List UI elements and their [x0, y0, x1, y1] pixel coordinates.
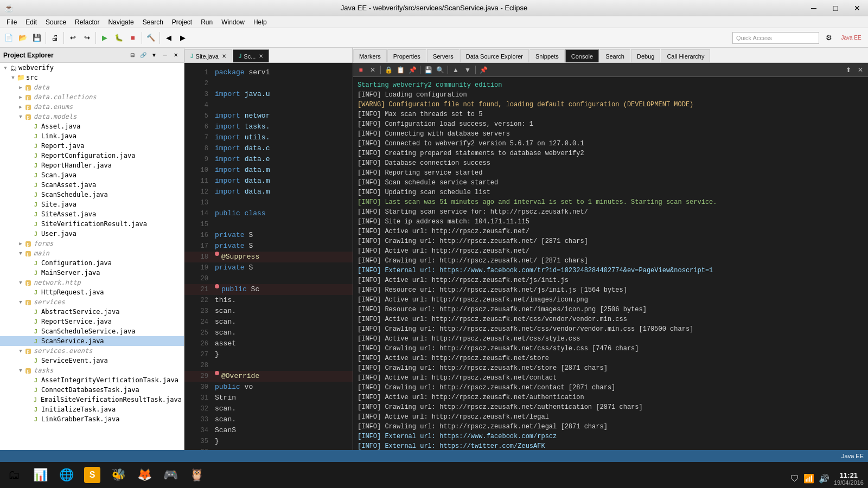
stop-button[interactable]: ■	[126, 31, 139, 44]
console-copy-btn[interactable]: 📋	[395, 65, 406, 75]
right-tab-search[interactable]: Search	[599, 49, 630, 62]
tree-item[interactable]: ▼pmain	[0, 248, 184, 258]
clock[interactable]: 11:21 19/04/2016	[834, 471, 864, 486]
tree-item[interactable]: JScanService.java	[0, 336, 184, 346]
tree-item[interactable]: ▼pservices.events	[0, 346, 184, 356]
debug-button[interactable]: 🐛	[112, 31, 125, 44]
right-tab-debug[interactable]: Debug	[631, 49, 660, 62]
right-tab-call-hierarchy[interactable]: Call Hierarchy	[661, 49, 710, 62]
menu-item-project[interactable]: Project	[168, 17, 196, 27]
menu-item-file[interactable]: File	[2, 17, 21, 27]
tree-item[interactable]: ▼🗂webverify	[0, 63, 184, 73]
tree-item[interactable]: ▼ptasks	[0, 365, 184, 375]
pe-min-btn[interactable]: ─	[160, 50, 170, 60]
undo-button[interactable]: ↩	[66, 31, 79, 44]
tree-item[interactable]: JSite.java	[0, 200, 184, 209]
tree-item[interactable]: ▶pforms	[0, 239, 184, 248]
console-output[interactable]: Starting webverify2 community edition[IN…	[353, 77, 868, 450]
tree-item[interactable]: ▼pnetwork.http	[0, 278, 184, 287]
console-maximize-btn[interactable]: ⬆	[843, 65, 854, 75]
perspective-button[interactable]: ⚙	[822, 31, 835, 44]
taskbar-app-bee-app[interactable]: 🐝	[106, 464, 130, 486]
new-button[interactable]: 📄	[2, 31, 15, 44]
volume-icon[interactable]: 🔊	[819, 473, 829, 484]
menu-item-source[interactable]: Source	[41, 17, 71, 27]
right-tab-properties[interactable]: Properties	[387, 49, 426, 62]
right-tab-servers[interactable]: Servers	[427, 49, 459, 62]
tree-item[interactable]: JLink.java	[0, 131, 184, 141]
back-button[interactable]: ◀	[162, 31, 175, 44]
taskbar-app-browser[interactable]: 🌐	[54, 464, 78, 486]
tree-item[interactable]: JReport.java	[0, 141, 184, 151]
tree-item[interactable]: JAbstractService.java	[0, 307, 184, 317]
tree-item[interactable]: ▼pservices	[0, 297, 184, 307]
taskbar-app-game-app[interactable]: 🎮	[158, 464, 182, 486]
taskbar-app-fox-app[interactable]: 🦊	[132, 464, 156, 486]
tree-item[interactable]: JScanScheduleService.java	[0, 326, 184, 336]
open-button[interactable]: 📂	[16, 31, 29, 44]
quick-access-box[interactable]: Quick Access	[732, 32, 819, 44]
pe-collapse-btn[interactable]: ⊟	[127, 50, 137, 60]
tree-item[interactable]: JReportService.java	[0, 317, 184, 326]
tab-scan-service-java[interactable]: J Sc... ✕	[233, 49, 270, 62]
taskbar-app-owl-app[interactable]: 🦉	[184, 464, 208, 486]
network-icon[interactable]: 📶	[803, 473, 814, 484]
console-stop-btn[interactable]: ■	[355, 65, 366, 75]
tree-item[interactable]: JSiteAsset.java	[0, 209, 184, 219]
maximize-button[interactable]: □	[825, 0, 846, 16]
tree-item[interactable]: JEmailSiteVerificationResultTask.java	[0, 395, 184, 404]
minimize-button[interactable]: ─	[803, 0, 825, 16]
console-next-btn[interactable]: ▼	[462, 65, 473, 75]
save-button[interactable]: 💾	[30, 31, 43, 44]
pe-menu-btn[interactable]: ▼	[149, 50, 159, 60]
right-tab-data-source-explorer[interactable]: Data Source Explorer	[460, 49, 529, 62]
menu-item-navigate[interactable]: Navigate	[104, 17, 138, 27]
tree-item[interactable]: JSiteVerificationResult.java	[0, 219, 184, 229]
tree-item[interactable]: JConfiguration.java	[0, 258, 184, 268]
menu-item-search[interactable]: Search	[138, 17, 168, 27]
build-button[interactable]: 🔨	[144, 31, 157, 44]
tree-item[interactable]: JAsset.java	[0, 121, 184, 131]
tree-item[interactable]: JLinkGrabberTask.java	[0, 414, 184, 424]
right-tab-console[interactable]: Console	[565, 49, 599, 62]
tree-item[interactable]: JUser.java	[0, 229, 184, 239]
tree-item[interactable]: JScan.java	[0, 170, 184, 180]
console-save-btn[interactable]: 💾	[423, 65, 433, 75]
menu-item-refactor[interactable]: Refactor	[71, 17, 104, 27]
tree-item[interactable]: JHttpRequest.java	[0, 287, 184, 297]
console-find-btn[interactable]: 🔍	[435, 65, 445, 75]
menu-item-run[interactable]: Run	[196, 17, 217, 27]
close-button[interactable]: ✕	[846, 0, 868, 16]
pe-close-btn[interactable]: ✕	[171, 50, 181, 60]
menu-item-edit[interactable]: Edit	[21, 17, 41, 27]
tree-item[interactable]: ▼📁src	[0, 73, 184, 82]
tree-item[interactable]: JReportConfiguration.java	[0, 151, 184, 160]
console-scroll-lock-btn[interactable]: 🔒	[383, 65, 394, 75]
console-close-btn[interactable]: ✕	[855, 65, 866, 75]
console-paste-btn[interactable]: 📌	[407, 65, 418, 75]
taskbar-app-s-app[interactable]: S	[80, 464, 104, 486]
tree-item[interactable]: ▼pdata.models	[0, 112, 184, 121]
console-pin-btn[interactable]: 📌	[478, 65, 489, 75]
right-tab-markers[interactable]: Markers	[353, 49, 387, 62]
tree-item[interactable]: JScanAsset.java	[0, 180, 184, 190]
tree-item[interactable]: ▶pdata.collections	[0, 92, 184, 102]
taskbar-app-file-manager[interactable]: 🗂	[2, 464, 26, 486]
taskbar-app-chart-app[interactable]: 📊	[28, 464, 52, 486]
antivirus-icon[interactable]: 🛡	[790, 474, 799, 484]
tree-item[interactable]: JAssetIntegrityVerificationTask.java	[0, 375, 184, 385]
tree-item[interactable]: JInitializeTask.java	[0, 404, 184, 414]
tree-item[interactable]: JMainServer.java	[0, 268, 184, 278]
tree-item[interactable]: JConnectDatabasesTask.java	[0, 385, 184, 395]
console-clear-btn[interactable]: ✕	[367, 65, 378, 75]
pe-link-btn[interactable]: 🔗	[138, 50, 148, 60]
run-button[interactable]: ▶	[98, 31, 111, 44]
forward-button[interactable]: ▶	[176, 31, 189, 44]
redo-button[interactable]: ↪	[80, 31, 93, 44]
console-prev-btn[interactable]: ▲	[450, 65, 461, 75]
print-button[interactable]: 🖨	[48, 31, 61, 44]
menu-item-window[interactable]: Window	[217, 17, 249, 27]
tree-item[interactable]: ▶pdata	[0, 82, 184, 92]
tree-item[interactable]: JReportHandler.java	[0, 160, 184, 170]
right-tab-snippets[interactable]: Snippets	[529, 49, 565, 62]
